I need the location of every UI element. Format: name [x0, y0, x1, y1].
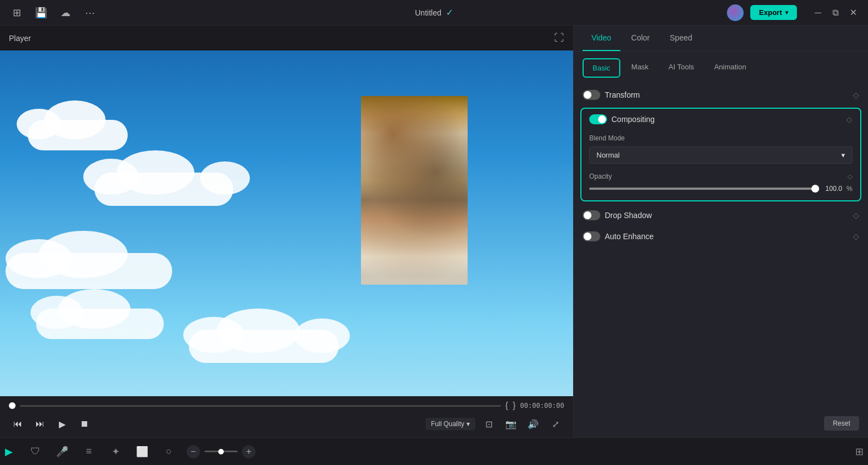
- compositing-body: Blend Mode Normal ▾ Opacity ◇: [581, 130, 860, 200]
- opacity-pct: %: [846, 185, 852, 193]
- screen-icon[interactable]: ⬜: [133, 443, 151, 461]
- reset-button[interactable]: Reset: [824, 416, 859, 431]
- timeline-bar: { } 00:00:00:00: [9, 401, 564, 411]
- drop-shadow-toggle[interactable]: [583, 210, 600, 220]
- auto-enhance-toggle[interactable]: [583, 231, 600, 241]
- document-title: Untitled: [415, 8, 441, 17]
- sub-tab-animation[interactable]: Animation: [705, 58, 755, 78]
- step-forward-small-button[interactable]: ⏭: [31, 415, 49, 433]
- export-label: Export: [759, 8, 782, 17]
- in-point[interactable]: {: [505, 401, 508, 411]
- circle-icon[interactable]: ○: [160, 443, 178, 461]
- zoom-in-button[interactable]: +: [242, 445, 255, 458]
- compositing-keyframe-icon[interactable]: ◇: [846, 115, 852, 124]
- window-controls: ─ ⧉ ✕: [812, 7, 859, 18]
- layout-icon[interactable]: ⊞: [9, 5, 24, 21]
- overlay-image: [361, 96, 468, 285]
- compositing-section: Compositing ◇ Blend Mode Normal ▾ Opacit…: [580, 108, 861, 201]
- shield-icon[interactable]: 🛡: [27, 443, 44, 461]
- player-panel: Player ⛶: [0, 26, 574, 437]
- opacity-slider-track[interactable]: [589, 188, 815, 190]
- opacity-value: 100.0: [820, 185, 842, 193]
- quality-label: Full Quality: [431, 420, 464, 428]
- cloud-5: [178, 307, 355, 363]
- step-back-button[interactable]: ⏮: [9, 415, 27, 433]
- quality-selector[interactable]: Full Quality ▾: [425, 418, 475, 430]
- cloud-4: [28, 289, 183, 339]
- menu-icon[interactable]: ⋯: [82, 5, 98, 21]
- timecode: 00:00:00:00: [520, 402, 564, 410]
- opacity-row: Opacity ◇: [589, 173, 852, 180]
- player-header: Player ⛶: [0, 26, 573, 50]
- cloud-1: [17, 106, 139, 150]
- sub-tab-basic[interactable]: Basic: [583, 58, 620, 78]
- export-button[interactable]: Export ▾: [750, 5, 797, 20]
- cloud-2: [83, 150, 250, 206]
- transform-section-header[interactable]: Transform ◇: [574, 84, 868, 105]
- zoom-controls: − +: [187, 445, 255, 458]
- magic-icon[interactable]: ✦: [107, 443, 124, 461]
- compositing-toggle[interactable]: [589, 114, 607, 124]
- bottom-toolbar: ▶ 🛡 🎤 ≡ ✦ ⬜ ○ − + ⊞: [0, 437, 868, 465]
- grid-view-icon[interactable]: ⊞: [850, 443, 868, 461]
- zoom-slider[interactable]: [204, 451, 238, 452]
- screen-mirror-icon[interactable]: ⊡: [480, 415, 498, 433]
- blend-mode-chevron-icon: ▾: [841, 151, 845, 159]
- panel-tabs: Video Color Speed: [574, 26, 868, 52]
- drop-shadow-label: Drop Shadow: [605, 211, 849, 220]
- main-area: Player ⛶: [0, 26, 868, 437]
- cloud-icon[interactable]: ☁: [58, 5, 73, 21]
- close-button[interactable]: ✕: [848, 7, 859, 18]
- fullscreen-icon[interactable]: ⛶: [554, 32, 564, 44]
- titlebar: ⊞ 💾 ☁ ⋯ Untitled ✓ Export ▾ ─ ⧉ ✕: [0, 0, 868, 26]
- play-button[interactable]: ▶: [53, 415, 71, 433]
- player-title: Player: [9, 34, 31, 43]
- sub-tab-ai-tools[interactable]: AI Tools: [660, 58, 703, 78]
- compositing-label: Compositing: [611, 115, 842, 124]
- chevron-down-icon: ▾: [785, 9, 788, 16]
- microphone-icon[interactable]: 🎤: [53, 443, 71, 461]
- controls-row: ⏮ ⏭ ▶ ⏹ Full Quality ▾ ⊡ 📷 🔊 ⤢: [9, 415, 564, 433]
- out-point[interactable]: }: [513, 401, 515, 411]
- save-icon[interactable]: 💾: [33, 5, 49, 21]
- blend-mode-label: Blend Mode: [589, 134, 852, 142]
- timeline-track[interactable]: [20, 405, 501, 407]
- drop-shadow-section-header[interactable]: Drop Shadow ◇: [574, 206, 868, 225]
- compositing-header[interactable]: Compositing ◇: [581, 109, 860, 130]
- tab-color[interactable]: Color: [623, 26, 659, 51]
- auto-enhance-keyframe-icon[interactable]: ◇: [853, 232, 859, 241]
- player-controls: { } 00:00:00:00 ⏮ ⏭ ▶ ⏹ Full Quality ▾ ⊡…: [0, 396, 573, 437]
- sub-tabs: Basic Mask AI Tools Animation: [574, 52, 868, 78]
- list-icon[interactable]: ≡: [80, 443, 98, 461]
- playhead[interactable]: [9, 402, 16, 409]
- auto-enhance-section-header[interactable]: Auto Enhance ◇: [574, 227, 868, 246]
- opacity-keyframe-icon[interactable]: ◇: [847, 173, 852, 180]
- user-avatar[interactable]: [727, 4, 744, 21]
- quality-chevron-icon: ▾: [466, 420, 470, 428]
- tab-speed[interactable]: Speed: [661, 26, 701, 51]
- cloud-3: [0, 228, 194, 289]
- opacity-slider-container: 100.0 %: [589, 185, 852, 193]
- panel-content: Transform ◇ Compositing ◇ Blend Mode Nor…: [574, 78, 868, 437]
- transform-keyframe-icon[interactable]: ◇: [853, 90, 859, 99]
- opacity-label: Opacity: [589, 173, 612, 180]
- blend-mode-value: Normal: [596, 151, 620, 159]
- drop-shadow-keyframe-icon[interactable]: ◇: [853, 211, 859, 220]
- zoom-out-button[interactable]: −: [187, 445, 200, 458]
- titlebar-title: Untitled ✓: [292, 7, 575, 18]
- transform-label: Transform: [605, 90, 849, 99]
- transform-toggle[interactable]: [583, 90, 600, 100]
- right-panel: Video Color Speed Basic Mask AI Tools An…: [574, 26, 868, 437]
- volume-icon[interactable]: 🔊: [524, 415, 542, 433]
- sub-tab-mask[interactable]: Mask: [623, 58, 658, 78]
- tab-video[interactable]: Video: [583, 26, 620, 51]
- maximize-button[interactable]: ⧉: [830, 7, 841, 18]
- check-icon: ✓: [446, 7, 453, 18]
- screenshot-icon[interactable]: 📷: [502, 415, 520, 433]
- minimize-button[interactable]: ─: [812, 7, 824, 18]
- blend-mode-select[interactable]: Normal ▾: [589, 146, 852, 164]
- fullscreen-button[interactable]: ⤢: [546, 415, 564, 433]
- play-mode-icon[interactable]: ▶: [0, 443, 18, 461]
- stop-button[interactable]: ⏹: [76, 415, 93, 433]
- auto-enhance-label: Auto Enhance: [605, 232, 849, 241]
